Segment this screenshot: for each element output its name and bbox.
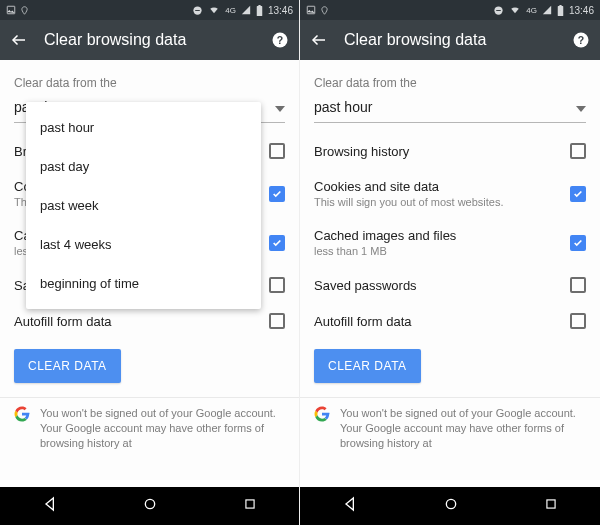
svg-rect-3 — [257, 6, 263, 16]
dnd-icon — [192, 5, 203, 16]
checkbox[interactable] — [570, 235, 586, 251]
clock-label: 13:46 — [268, 5, 293, 16]
google-logo-icon — [14, 406, 30, 422]
svg-rect-2 — [196, 10, 201, 11]
svg-text:?: ? — [277, 34, 283, 46]
back-nav-icon[interactable] — [42, 496, 58, 516]
list-item[interactable]: Browsing history — [314, 133, 586, 169]
list-item[interactable]: Saved passwords — [314, 267, 586, 303]
checkbox[interactable] — [570, 186, 586, 202]
svg-text:?: ? — [578, 34, 584, 46]
note-text: You won't be signed out of your Google a… — [40, 406, 285, 451]
dropdown-option[interactable]: beginning of time — [26, 264, 261, 303]
google-logo-icon — [314, 406, 330, 422]
list-item[interactable]: Cookies and site dataThis will sign you … — [314, 169, 586, 218]
time-range-dropdown: past hour past day past week last 4 week… — [26, 102, 261, 309]
back-icon[interactable] — [10, 31, 28, 49]
time-range-select[interactable]: past hour — [314, 94, 586, 123]
location-icon — [320, 6, 329, 15]
recent-nav-icon[interactable] — [544, 497, 558, 515]
page-title: Clear browsing data — [44, 31, 255, 49]
android-nav-bar — [300, 487, 600, 525]
section-label: Clear data from the — [14, 76, 285, 90]
svg-rect-11 — [497, 10, 502, 11]
image-icon — [306, 5, 316, 15]
app-toolbar: Clear browsing data ? — [0, 20, 299, 60]
checkbox[interactable] — [570, 277, 586, 293]
checkbox[interactable] — [269, 277, 285, 293]
note-text: You won't be signed out of your Google a… — [340, 406, 586, 451]
back-nav-icon[interactable] — [342, 496, 358, 516]
wifi-icon — [509, 5, 521, 15]
dropdown-option[interactable]: past hour — [26, 108, 261, 147]
clear-data-button[interactable]: CLEAR DATA — [314, 349, 421, 383]
app-toolbar: Clear browsing data ? — [300, 20, 600, 60]
location-icon — [20, 6, 29, 15]
checkbox[interactable] — [269, 186, 285, 202]
svg-rect-4 — [258, 5, 260, 6]
svg-rect-12 — [558, 6, 564, 16]
home-nav-icon[interactable] — [443, 496, 459, 516]
svg-rect-13 — [559, 5, 561, 6]
checkbox[interactable] — [570, 313, 586, 329]
battery-icon — [256, 5, 263, 16]
checkbox[interactable] — [570, 143, 586, 159]
checkbox[interactable] — [269, 235, 285, 251]
status-bar: 4G 13:46 — [300, 0, 600, 20]
checkbox[interactable] — [269, 313, 285, 329]
svg-rect-17 — [547, 500, 555, 508]
svg-rect-8 — [246, 500, 254, 508]
dnd-icon — [493, 5, 504, 16]
recent-nav-icon[interactable] — [243, 497, 257, 515]
dropdown-option[interactable]: past day — [26, 147, 261, 186]
list-item[interactable]: Cached images and filesless than 1 MB — [314, 218, 586, 267]
dropdown-option[interactable]: last 4 weeks — [26, 225, 261, 264]
network-label: 4G — [526, 6, 537, 15]
screenshot-right: 4G 13:46 Clear browsing data ? Clear dat… — [300, 0, 600, 525]
chevron-down-icon — [576, 98, 586, 116]
checkbox[interactable] — [269, 143, 285, 159]
dropdown-option[interactable]: past week — [26, 186, 261, 225]
signal-icon — [241, 5, 251, 15]
chevron-down-icon — [275, 98, 285, 116]
list-item[interactable]: Autofill form data — [314, 303, 586, 339]
clear-data-button[interactable]: CLEAR DATA — [14, 349, 121, 383]
battery-icon — [557, 5, 564, 16]
back-icon[interactable] — [310, 31, 328, 49]
home-nav-icon[interactable] — [142, 496, 158, 516]
signal-icon — [542, 5, 552, 15]
image-icon — [6, 5, 16, 15]
svg-point-16 — [446, 499, 455, 508]
help-icon[interactable]: ? — [572, 31, 590, 49]
svg-point-7 — [146, 499, 155, 508]
clock-label: 13:46 — [569, 5, 594, 16]
section-label: Clear data from the — [314, 76, 586, 90]
help-icon[interactable]: ? — [271, 31, 289, 49]
android-nav-bar — [0, 487, 299, 525]
network-label: 4G — [225, 6, 236, 15]
status-bar: 4G 13:46 — [0, 0, 299, 20]
screenshot-left: 4G 13:46 Clear browsing data ? Clear dat… — [0, 0, 300, 525]
page-title: Clear browsing data — [344, 31, 556, 49]
wifi-icon — [208, 5, 220, 15]
